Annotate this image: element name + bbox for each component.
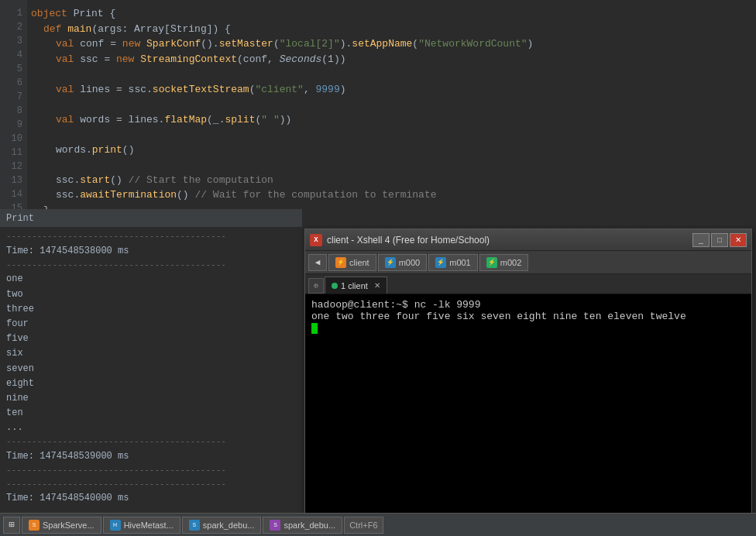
dashed-line-2: ----------------------------------------… [6,259,296,273]
taskbar-icon-spark-debu2: S [270,520,280,531]
output-item: two [6,287,296,302]
tab-m000[interactable]: ⚡ m000 [378,254,428,271]
taskbar-app-icon[interactable]: ⊞ [3,517,20,534]
output-item: six [6,346,296,361]
terminal-cursor [311,323,318,334]
session-tab-label: 1 client [341,281,368,290]
output-item: eight [6,376,296,391]
time-label-1: Time: 1474548538000 ms [6,244,296,259]
output-item: four [6,317,296,332]
xshell-tabbar: ◀ ⚡ client ⚡ m000 ⚡ m001 ⚡ m002 [305,251,751,274]
taskbar-icon-spark: S [29,520,40,531]
terminal-prompt: hadoop@client:~$ [311,299,408,311]
taskbar-shortcut-label: Ctrl+F6 [349,521,377,530]
taskbar-btn-spark-debu2[interactable]: S spark_debu... [263,517,342,534]
terminal-output-line: one two three four five six seven eight … [311,311,745,322]
output-item: ten [6,406,296,421]
tab-icon-client: ⚡ [335,257,346,268]
tab-m002[interactable]: ⚡ m002 [479,254,529,271]
time-label-3: Time: 1474548540000 ms [6,491,296,506]
output-item: three [6,302,296,317]
tab-label-m001: m001 [449,258,471,267]
dashed-line-3: ----------------------------------------… [6,435,296,449]
dashed-line-5: ----------------------------------------… [6,478,296,492]
dashed-line-4: ----------------------------------------… [6,464,296,478]
session-close-icon[interactable]: ✕ [374,281,380,290]
time-label-2: Time: 1474548539000 ms [6,449,296,464]
output-item: five [6,332,296,346]
xshell-title: client - Xshell 4 (Free for Home/School) [327,235,691,246]
output-item: seven [6,362,296,376]
terminal-command: nc -lk 9999 [408,299,481,311]
terminal-output: one two three four five six seven eight … [311,311,686,322]
code-content: object Print { def main(args: Array[Stri… [0,0,756,209]
taskbar-icon-hive: H [110,520,121,531]
xshell-titlebar: X client - Xshell 4 (Free for Home/Schoo… [305,229,751,251]
minimize-button[interactable]: _ [692,233,710,247]
tab-client[interactable]: ⚡ client [328,254,376,271]
output-item: one [6,272,296,287]
taskbar-btn-hivemetast[interactable]: H HiveMetast... [103,517,180,534]
taskbar-shortcut: Ctrl+F6 [344,517,383,534]
print-panel-title: Print [0,210,302,227]
xshell-app-icon: X [310,234,322,246]
tab-nav-prev[interactable]: ◀ [308,254,327,271]
print-panel: Print ----------------------------------… [0,209,302,536]
line-numbers: 1 2 3 4 5 6 7 8 9 10 11 12 13 14 15 [0,0,27,209]
terminal-cursor-line [311,322,745,334]
output-item: ... [6,421,296,435]
session-status-dot [332,283,338,289]
xshell-window: X client - Xshell 4 (Free for Home/Schoo… [304,228,752,524]
taskbar-btn-spark-debu1[interactable]: S spark_debu... [182,517,262,534]
code-editor: 1 2 3 4 5 6 7 8 9 10 11 12 13 14 15 obje… [0,0,756,209]
tab-icon-m001: ⚡ [435,257,446,268]
maximize-button[interactable]: □ [711,233,728,247]
tab-m001[interactable]: ⚡ m001 [428,254,478,271]
tab-label-client: client [349,258,369,267]
taskbar-label-spark-debu2: spark_debu... [284,521,335,530]
tab-icon-m000: ⚡ [385,257,396,268]
taskbar-label-spark-debu1: spark_debu... [203,521,255,530]
output-item: nine [6,391,296,406]
taskbar-label-hivemetast: HiveMetast... [124,521,174,530]
session-nav-btn[interactable]: ⊕ [308,278,324,294]
taskbar: ⊞ S SparkServe... H HiveMetast... S spar… [0,513,756,536]
xshell-session-tabbar: ⊕ 1 client ✕ [305,274,751,294]
terminal-prompt-line: hadoop@client:~$ nc -lk 9999 [311,299,745,311]
taskbar-label-sparkserver: SparkServe... [43,521,94,530]
print-output: ----------------------------------------… [0,227,302,510]
tab-icon-m002: ⚡ [486,257,497,268]
close-button[interactable]: ✕ [730,233,747,247]
taskbar-btn-sparkserver[interactable]: S SparkServe... [22,517,101,534]
dashed-line-1: ----------------------------------------… [6,230,296,244]
terminal-area[interactable]: hadoop@client:~$ nc -lk 9999 one two thr… [305,294,751,523]
taskbar-icon-spark-debu1: S [189,520,200,531]
tab-label-m002: m002 [500,258,522,267]
tab-label-m000: m000 [399,258,421,267]
session-tab-client[interactable]: 1 client ✕ [325,277,387,294]
